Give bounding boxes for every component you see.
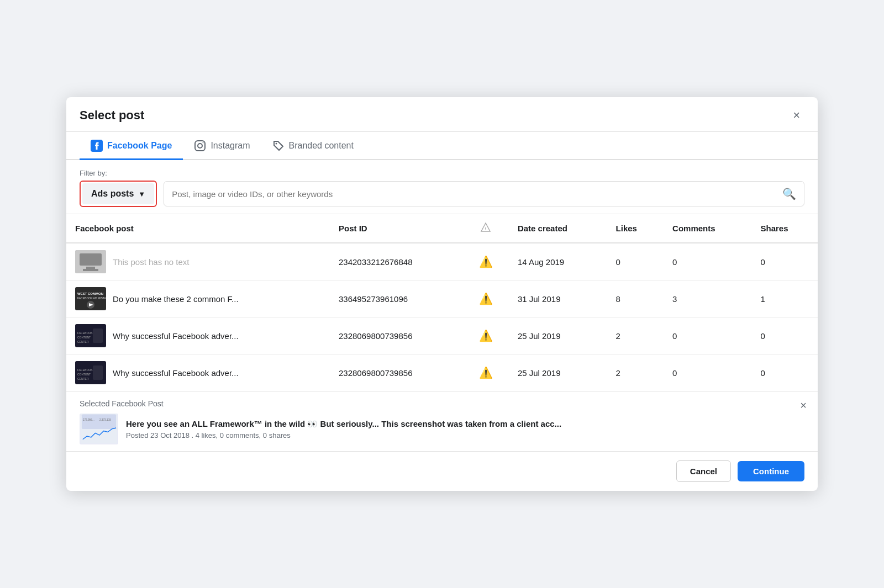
cell-likes-1: 8 bbox=[607, 280, 664, 317]
filter-select-wrapper: Ads posts ▼ bbox=[80, 181, 157, 207]
svg-rect-19 bbox=[93, 329, 103, 343]
selected-post-meta: Posted 23 Oct 2018 . 4 likes, 0 comments… bbox=[126, 431, 804, 439]
cell-shares-0: 0 bbox=[752, 243, 818, 280]
cell-shares-2: 0 bbox=[752, 317, 818, 354]
selected-post-label: Selected Facebook Post bbox=[80, 399, 804, 408]
modal-header: Select post × bbox=[66, 97, 818, 132]
selected-post-content: £72,956... 2,373,115 Here you see an ALL… bbox=[80, 414, 804, 444]
cell-likes-0: 0 bbox=[607, 243, 664, 280]
cell-date-0: 14 Aug 2019 bbox=[509, 243, 607, 280]
facebook-icon bbox=[91, 140, 103, 152]
col-facebook-post: Facebook post bbox=[66, 214, 330, 243]
cell-shares-3: 0 bbox=[752, 354, 818, 391]
warning-icon: ⚠️ bbox=[479, 367, 493, 379]
cell-likes-3: 2 bbox=[607, 354, 664, 391]
table-header-row: Facebook post Post ID ! Date created Lik… bbox=[66, 214, 818, 243]
tab-branded[interactable]: Branded content bbox=[261, 132, 365, 160]
cell-postid-0: 2342033212676848 bbox=[330, 243, 463, 280]
svg-text:CENTER: CENTER bbox=[77, 377, 89, 380]
svg-text:2,373,115: 2,373,115 bbox=[99, 419, 111, 421]
cell-date-1: 31 Jul 2019 bbox=[509, 280, 607, 317]
modal-footer: Cancel Continue bbox=[66, 452, 818, 491]
col-warning: ! bbox=[463, 214, 509, 243]
post-text-1: Do you make these 2 common F... bbox=[113, 294, 239, 304]
filter-row: Ads posts ▼ 🔍 bbox=[80, 181, 804, 207]
svg-rect-9 bbox=[83, 269, 98, 271]
table-row[interactable]: This post has no text 2342033212676848 ⚠… bbox=[66, 243, 818, 280]
post-thumbnail-3: FACEBOOKCONTENTCENTER bbox=[75, 361, 106, 384]
cell-warning-2: ⚠️ bbox=[463, 317, 509, 354]
post-text-0: This post has no text bbox=[113, 257, 189, 267]
svg-point-4 bbox=[275, 143, 277, 145]
posts-table-wrapper: Facebook post Post ID ! Date created Lik… bbox=[66, 214, 818, 391]
cell-comments-1: 3 bbox=[664, 280, 751, 317]
svg-rect-25 bbox=[82, 414, 116, 428]
selected-post-info: Here you see an ALL Framework™ in the wi… bbox=[126, 419, 804, 439]
cell-postid-3: 2328069800739856 bbox=[330, 354, 463, 391]
svg-text:CENTER: CENTER bbox=[77, 340, 89, 343]
col-date-created: Date created bbox=[509, 214, 607, 243]
cell-warning-3: ⚠️ bbox=[463, 354, 509, 391]
tab-branded-label: Branded content bbox=[289, 141, 354, 151]
svg-text:FACEBOOK AD MISTAKES: FACEBOOK AD MISTAKES bbox=[77, 296, 106, 300]
selected-post-title: Here you see an ALL Framework™ in the wi… bbox=[126, 419, 804, 429]
svg-rect-1 bbox=[195, 141, 205, 151]
selected-post-section: Selected Facebook Post × £72,956... 2,37… bbox=[66, 391, 818, 452]
search-input[interactable] bbox=[172, 189, 782, 199]
table-row[interactable]: FACEBOOKCONTENTCENTER Why successful Fac… bbox=[66, 317, 818, 354]
filter-area: Filter by: Ads posts ▼ 🔍 bbox=[66, 160, 818, 214]
post-thumbnail-2: FACEBOOKCONTENTCENTER bbox=[75, 324, 106, 347]
warning-icon: ⚠️ bbox=[479, 256, 493, 268]
cell-likes-2: 2 bbox=[607, 317, 664, 354]
cell-postid-1: 336495273961096 bbox=[330, 280, 463, 317]
col-shares: Shares bbox=[752, 214, 818, 243]
svg-text:£72,956...: £72,956... bbox=[83, 419, 94, 421]
warning-icon: ⚠️ bbox=[479, 330, 493, 342]
svg-point-2 bbox=[198, 144, 202, 148]
filter-label: Filter by: bbox=[80, 169, 804, 177]
col-likes: Likes bbox=[607, 214, 664, 243]
cell-shares-1: 1 bbox=[752, 280, 818, 317]
cell-postid-2: 2328069800739856 bbox=[330, 317, 463, 354]
cancel-button[interactable]: Cancel bbox=[676, 460, 731, 482]
svg-text:FACEBOOK: FACEBOOK bbox=[77, 331, 93, 335]
svg-text:!: ! bbox=[485, 226, 487, 231]
tab-instagram-label: Instagram bbox=[211, 141, 250, 151]
cell-comments-3: 0 bbox=[664, 354, 751, 391]
svg-text:FACEBOOK: FACEBOOK bbox=[77, 368, 93, 372]
post-thumbnail-1: WEST COMMONFACEBOOK AD MISTAKES bbox=[75, 287, 106, 310]
cell-post-1: WEST COMMONFACEBOOK AD MISTAKES Do you m… bbox=[66, 280, 330, 317]
post-text-3: Why successful Facebook adver... bbox=[113, 368, 239, 378]
cell-date-2: 25 Jul 2019 bbox=[509, 317, 607, 354]
selected-post-close-button[interactable]: × bbox=[800, 399, 807, 412]
cell-comments-2: 0 bbox=[664, 317, 751, 354]
posts-table: Facebook post Post ID ! Date created Lik… bbox=[66, 214, 818, 391]
ads-posts-dropdown[interactable]: Ads posts ▼ bbox=[82, 183, 154, 204]
cell-date-3: 25 Jul 2019 bbox=[509, 354, 607, 391]
post-text-2: Why successful Facebook adver... bbox=[113, 331, 239, 341]
select-post-modal: Select post × Facebook Page In bbox=[66, 97, 818, 491]
cell-post-0: This post has no text bbox=[66, 243, 330, 280]
continue-button[interactable]: Continue bbox=[738, 461, 804, 481]
instagram-icon bbox=[194, 140, 206, 152]
tab-instagram[interactable]: Instagram bbox=[183, 132, 261, 160]
post-thumbnail-0 bbox=[75, 250, 106, 273]
cell-warning-1: ⚠️ bbox=[463, 280, 509, 317]
modal-title: Select post bbox=[80, 108, 144, 123]
search-icon: 🔍 bbox=[782, 187, 796, 200]
svg-rect-8 bbox=[86, 267, 95, 269]
selected-post-thumbnail: £72,956... 2,373,115 bbox=[80, 414, 118, 444]
modal-close-button[interactable]: × bbox=[788, 107, 804, 124]
svg-rect-7 bbox=[80, 253, 102, 266]
tab-facebook[interactable]: Facebook Page bbox=[80, 132, 183, 160]
svg-rect-24 bbox=[93, 365, 103, 380]
cell-post-2: FACEBOOKCONTENTCENTER Why successful Fac… bbox=[66, 317, 330, 354]
svg-point-3 bbox=[203, 142, 204, 144]
col-post-id: Post ID bbox=[330, 214, 463, 243]
filter-select-value: Ads posts bbox=[91, 189, 134, 199]
svg-text:CONTENT: CONTENT bbox=[77, 373, 91, 376]
table-row[interactable]: FACEBOOKCONTENTCENTER Why successful Fac… bbox=[66, 354, 818, 391]
chevron-down-icon: ▼ bbox=[138, 190, 145, 198]
table-row[interactable]: WEST COMMONFACEBOOK AD MISTAKES Do you m… bbox=[66, 280, 818, 317]
svg-text:CONTENT: CONTENT bbox=[77, 336, 91, 339]
